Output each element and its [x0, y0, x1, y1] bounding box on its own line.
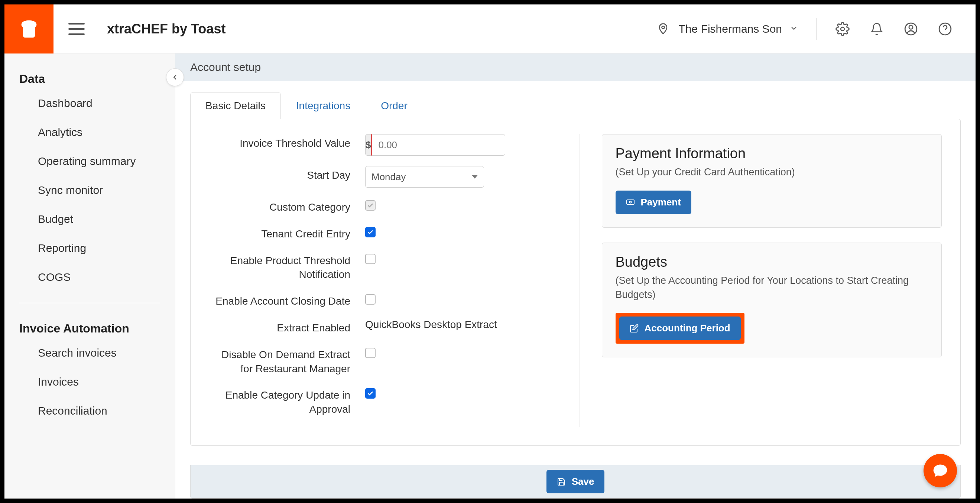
- notifications-button[interactable]: [869, 21, 885, 37]
- budgets-card-title: Budgets: [616, 254, 928, 270]
- sidebar-item-dashboard[interactable]: Dashboard: [5, 89, 175, 118]
- sidebar: Data Dashboard Analytics Operating summa…: [5, 54, 175, 498]
- svg-point-0: [662, 26, 664, 29]
- payment-button-label: Payment: [641, 196, 681, 208]
- help-icon: [938, 22, 952, 36]
- app-title: xtraCHEF by Toast: [107, 21, 226, 37]
- sidebar-item-cogs[interactable]: COGS: [5, 263, 175, 291]
- disable-on-demand-checkbox[interactable]: [365, 348, 375, 358]
- sidebar-item-analytics[interactable]: Analytics: [5, 118, 175, 147]
- menu-toggle-icon[interactable]: [68, 23, 85, 35]
- category-update-approval-checkbox[interactable]: [365, 388, 375, 399]
- custom-category-checkbox: [365, 200, 375, 211]
- label-disable-on-demand: Disable On Demand Extract for Restaurant…: [209, 345, 350, 376]
- payment-card-title: Payment Information: [616, 146, 928, 162]
- chat-fab[interactable]: [924, 454, 957, 487]
- profile-button[interactable]: [903, 21, 919, 37]
- tab-basic-details[interactable]: Basic Details: [190, 92, 281, 119]
- accounting-period-highlight: Accounting Period: [616, 313, 745, 344]
- svg-point-4: [939, 23, 951, 35]
- svg-point-7: [629, 201, 631, 203]
- sidebar-section-data: Data: [5, 65, 175, 89]
- help-button[interactable]: [937, 21, 953, 37]
- label-product-threshold-notif: Enable Product Threshold Notification: [209, 252, 350, 282]
- sidebar-section-invoice-automation: Invoice Automation: [5, 314, 175, 338]
- brand-logo: [5, 5, 54, 54]
- start-day-select[interactable]: Monday: [365, 166, 484, 188]
- save-button[interactable]: Save: [546, 470, 605, 493]
- check-icon: [367, 202, 374, 209]
- payment-information-card: Payment Information (Set Up your Credit …: [602, 134, 942, 228]
- sidebar-item-invoices[interactable]: Invoices: [5, 368, 175, 396]
- budgets-card-subtitle: (Set Up the Accounting Period for Your L…: [616, 274, 928, 302]
- save-icon: [557, 478, 566, 486]
- svg-point-1: [841, 27, 845, 31]
- sidebar-collapse-button[interactable]: [166, 68, 184, 86]
- extract-enabled-value: QuickBooks Desktop Extract: [365, 319, 549, 331]
- page-title: Account setup: [175, 54, 975, 81]
- label-account-closing-date: Enable Account Closing Date: [209, 292, 350, 308]
- budgets-card: Budgets (Set Up the Accounting Period fo…: [602, 243, 942, 358]
- tab-order[interactable]: Order: [366, 92, 423, 119]
- toast-icon: [16, 16, 42, 42]
- label-tenant-credit: Tenant Credit Entry: [209, 225, 350, 241]
- location-name: The Fishermans Son: [679, 23, 782, 35]
- tabs: Basic Details Integrations Order: [190, 92, 961, 119]
- check-icon: [367, 229, 374, 236]
- save-bar: Save: [190, 465, 961, 498]
- sidebar-divider: [19, 303, 160, 303]
- divider: [816, 18, 816, 40]
- gear-icon: [835, 22, 850, 36]
- currency-symbol: $: [365, 134, 371, 156]
- save-button-label: Save: [572, 476, 594, 487]
- label-start-day: Start Day: [209, 166, 350, 182]
- chevron-left-icon: [171, 73, 179, 81]
- tab-integrations[interactable]: Integrations: [281, 92, 366, 119]
- sidebar-item-budget[interactable]: Budget: [5, 205, 175, 234]
- label-extract-enabled: Extract Enabled: [209, 319, 350, 335]
- product-threshold-notif-checkbox[interactable]: [365, 254, 375, 264]
- location-pin-icon: [655, 21, 671, 37]
- accounting-period-button[interactable]: Accounting Period: [619, 317, 741, 340]
- payment-button[interactable]: Payment: [616, 191, 691, 214]
- chat-icon: [932, 463, 948, 479]
- caret-down-icon: [472, 175, 478, 179]
- label-custom-category: Custom Category: [209, 198, 350, 214]
- user-icon: [904, 22, 918, 36]
- settings-button[interactable]: [834, 21, 851, 37]
- tenant-credit-checkbox[interactable]: [365, 227, 375, 237]
- sidebar-item-reporting[interactable]: Reporting: [5, 234, 175, 263]
- edit-icon: [630, 324, 639, 333]
- account-closing-date-checkbox[interactable]: [365, 294, 375, 305]
- chevron-down-icon: [789, 24, 798, 34]
- payment-card-subtitle: (Set Up your Credit Card Authentication): [616, 165, 928, 180]
- label-category-update-approval: Enable Category Update in Approval: [209, 386, 350, 417]
- start-day-value: Monday: [371, 171, 406, 183]
- label-invoice-threshold: Invoice Threshold Value: [209, 134, 350, 150]
- sidebar-item-operating-summary[interactable]: Operating summary: [5, 147, 175, 176]
- check-icon: [367, 390, 374, 397]
- location-picker[interactable]: The Fishermans Son: [655, 21, 798, 37]
- top-bar: xtraCHEF by Toast The Fishermans Son: [5, 5, 975, 54]
- tab-panel-basic-details: Invoice Threshold Value $ Start Day: [190, 119, 961, 446]
- accounting-period-button-label: Accounting Period: [644, 322, 730, 334]
- sidebar-item-sync-monitor[interactable]: Sync monitor: [5, 176, 175, 205]
- svg-point-3: [909, 25, 913, 29]
- sidebar-item-reconciliation[interactable]: Reconciliation: [5, 396, 175, 425]
- payment-icon: [626, 197, 635, 207]
- bell-icon: [870, 22, 883, 36]
- invoice-threshold-input[interactable]: [371, 134, 505, 156]
- svg-rect-6: [627, 200, 634, 204]
- sidebar-item-search-invoices[interactable]: Search invoices: [5, 338, 175, 368]
